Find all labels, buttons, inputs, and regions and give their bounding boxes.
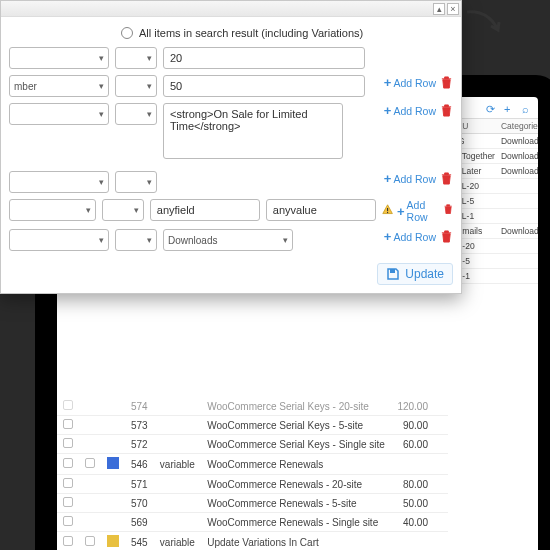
delete-row-button[interactable] [440, 172, 453, 186]
category-select[interactable]: Downloads▾ [163, 229, 293, 251]
chevron-down-icon: ▾ [99, 109, 104, 119]
field-select[interactable]: ▾ [9, 103, 109, 125]
field-select-label: mber [14, 81, 37, 92]
svg-rect-1 [387, 212, 388, 213]
chevron-down-icon: ▾ [283, 235, 288, 245]
plus-icon: + [384, 229, 392, 244]
table-row[interactable]: 545 variable Update Variations In Cart [57, 532, 448, 551]
chevron-down-icon: ▾ [147, 235, 152, 245]
add-row-button[interactable]: +Add Row [384, 171, 436, 186]
operator-select[interactable]: ▾ [115, 171, 157, 193]
search-icon[interactable]: ⌕ [522, 103, 534, 115]
svg-rect-2 [390, 269, 395, 273]
add-row-button[interactable]: +Add Row [397, 199, 439, 223]
field-select[interactable]: mber▾ [9, 75, 109, 97]
value-input[interactable]: 50 [163, 75, 365, 97]
chevron-down-icon: ▾ [147, 109, 152, 119]
update-button[interactable]: Update [377, 263, 453, 285]
table-row[interactable]: 569 WooCommerce Renewals - Single site 4… [57, 513, 448, 532]
product-table: 574 WooCommerce Serial Keys - 20-site 12… [57, 397, 448, 550]
table-row[interactable]: 572 WooCommerce Serial Keys - Single sit… [57, 435, 448, 454]
field-select[interactable]: ▾ [9, 199, 96, 221]
plus-icon: + [384, 171, 392, 186]
table-row[interactable]: 573 WooCommerce Serial Keys - 5-site 90.… [57, 416, 448, 435]
edit-row: ▾ ▾ anyfield anyvalue +Add Row [9, 199, 453, 223]
delete-row-button[interactable] [440, 104, 453, 118]
table-row[interactable]: 546 variable WooCommerce Renewals [57, 454, 448, 475]
refresh-icon[interactable]: ⟳ [486, 103, 498, 115]
field-name-input[interactable]: anyfield [150, 199, 260, 221]
table-row[interactable]: 571 WooCommerce Renewals - 20-site 80.00 [57, 475, 448, 494]
col-categories[interactable]: Categories [498, 119, 538, 134]
field-value-input[interactable]: anyvalue [266, 199, 376, 221]
field-select[interactable]: ▾ [9, 47, 109, 69]
chevron-down-icon: ▾ [99, 177, 104, 187]
chevron-down-icon: ▾ [134, 205, 139, 215]
radio-all-items-label: All items in search result (including Va… [139, 27, 363, 39]
radio-all-items[interactable] [121, 27, 133, 39]
plus-icon: + [384, 103, 392, 118]
plus-icon[interactable]: + [504, 103, 516, 115]
operator-select[interactable]: ▾ [115, 75, 157, 97]
delete-row-button[interactable] [440, 230, 453, 244]
chevron-down-icon: ▾ [147, 177, 152, 187]
chevron-down-icon: ▾ [99, 235, 104, 245]
add-row-button[interactable]: +Add Row [384, 103, 436, 118]
plus-icon: + [397, 204, 405, 219]
chevron-down-icon: ▾ [147, 81, 152, 91]
field-select[interactable]: ▾ [9, 229, 109, 251]
add-row-button[interactable]: +Add Row [384, 229, 436, 244]
dialog-titlebar: ▴ × [1, 1, 461, 17]
chevron-down-icon: ▾ [86, 205, 91, 215]
delete-row-button[interactable] [440, 76, 453, 90]
value-textarea[interactable]: <strong>On Sale for Limited Time</strong… [163, 103, 343, 159]
edit-row: mber▾ ▾ 50 +Add Row [9, 75, 453, 97]
table-row[interactable]: 574 WooCommerce Serial Keys - 20-site 12… [57, 397, 448, 416]
operator-select[interactable]: ▾ [115, 103, 157, 125]
edit-row: ▾ ▾ Downloads▾ +Add Row [9, 229, 453, 251]
operator-select[interactable]: ▾ [102, 199, 144, 221]
bulk-edit-dialog: ▴ × All items in search result (includin… [0, 0, 462, 294]
plus-icon: + [384, 75, 392, 90]
operator-select[interactable]: ▾ [115, 47, 157, 69]
chevron-down-icon: ▾ [147, 53, 152, 63]
edit-row: ▾ ▾ <strong>On Sale for Limited Time</st… [9, 103, 453, 159]
table-row[interactable]: 570 WooCommerce Renewals - 5-site 50.00 [57, 494, 448, 513]
warning-icon [382, 204, 393, 218]
edit-row: ▾ ▾ 20 [9, 47, 453, 69]
value-input[interactable]: 20 [163, 47, 365, 69]
operator-select[interactable]: ▾ [115, 229, 157, 251]
collapse-button[interactable]: ▴ [433, 3, 445, 15]
add-row-button[interactable]: +Add Row [384, 75, 436, 90]
delete-row-button[interactable] [443, 204, 453, 218]
close-button[interactable]: × [447, 3, 459, 15]
field-select[interactable]: ▾ [9, 171, 109, 193]
chevron-down-icon: ▾ [99, 53, 104, 63]
svg-rect-0 [387, 208, 388, 211]
chevron-down-icon: ▾ [99, 81, 104, 91]
edit-row: ▾ ▾ +Add Row [9, 171, 453, 193]
arrow-decoration [465, 8, 505, 38]
save-icon [386, 267, 400, 281]
